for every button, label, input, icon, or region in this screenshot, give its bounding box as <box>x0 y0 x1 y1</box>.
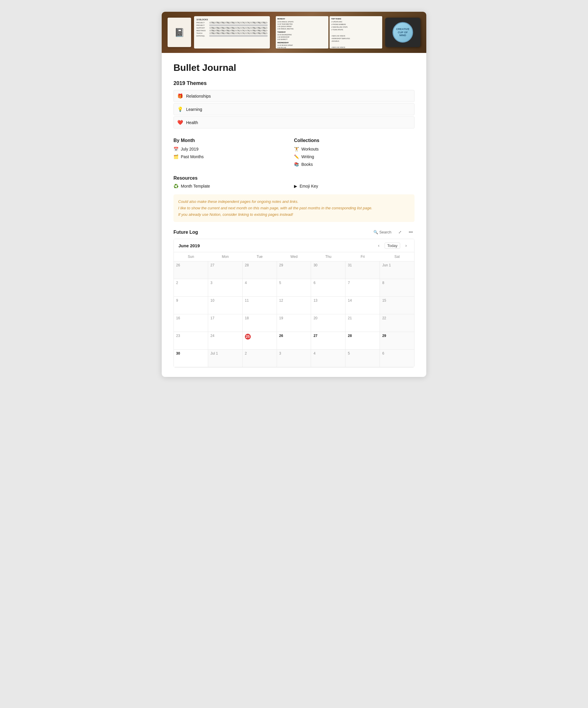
search-label: Search <box>379 230 391 234</box>
cal-cell[interactable]: 21 <box>346 314 380 332</box>
prev-month-button[interactable]: ‹ <box>375 242 382 249</box>
cal-cell[interactable]: 18 <box>242 314 277 332</box>
cal-day-num: 28 <box>348 334 377 338</box>
search-button[interactable]: 🔍 Search <box>372 229 393 235</box>
collections-section: Collections 🏋️ Workouts ✏️ Writing 📚 Boo… <box>294 138 415 167</box>
link-workouts[interactable]: 🏋️ Workouts <box>294 146 415 152</box>
resources-title: Resources <box>173 176 415 181</box>
more-icon: ••• <box>409 230 413 234</box>
day-header-mon: Mon <box>208 252 242 261</box>
future-log-actions: 🔍 Search ⤢ ••• <box>372 229 415 235</box>
cal-cell[interactable]: 19 <box>277 314 311 332</box>
cal-day-num: 17 <box>210 316 240 320</box>
calendar-section: June 2019 ‹ Today › Sun Mon Tue Wed Thu … <box>173 239 415 367</box>
cal-cell[interactable]: 15 <box>380 297 414 314</box>
callout-text: Could also make these independent pages … <box>178 199 410 218</box>
link-label-writing: Writing <box>301 154 314 159</box>
fullscreen-button[interactable]: ⤢ <box>396 229 403 235</box>
next-month-button[interactable]: › <box>403 242 410 249</box>
theme-item-relationships[interactable]: 🎁 Relationships <box>173 90 415 102</box>
link-label-workouts: Workouts <box>301 147 319 151</box>
cal-day-num: 21 <box>348 316 377 320</box>
cal-cell[interactable]: 10 <box>208 297 242 314</box>
cal-cell[interactable]: 6 <box>311 279 346 297</box>
link-july-2019[interactable]: 📅 July 2019 <box>173 146 294 152</box>
cal-cell[interactable]: 28 <box>242 261 277 279</box>
resource-emoji-key[interactable]: ▶ Emoji Key <box>294 184 415 188</box>
page-container: 📓 10 BLOCKS PROJECT PROJECT SUPPORT MEET… <box>162 12 426 377</box>
cal-cell[interactable]: 4 <box>242 279 277 297</box>
cal-cell[interactable]: 2 <box>174 279 208 297</box>
link-emoji-writing: ✏️ <box>294 154 299 159</box>
cal-cell[interactable]: 5 <box>277 279 311 297</box>
cal-cell[interactable]: 20 <box>311 314 346 332</box>
cal-cell[interactable]: 6 <box>380 350 414 367</box>
cal-cell[interactable]: 25 <box>242 332 277 350</box>
cal-cell[interactable]: 4 <box>311 350 346 367</box>
link-past-months[interactable]: 🗂️ Past Months <box>173 154 294 160</box>
theme-item-learning[interactable]: 💡 Learning <box>173 103 415 115</box>
cal-cell[interactable]: 29 <box>277 261 311 279</box>
cal-cell[interactable]: 3 <box>277 350 311 367</box>
cal-cell[interactable]: 22 <box>380 314 414 332</box>
cal-day-num: 24 <box>210 334 240 338</box>
cal-cell[interactable]: 3 <box>208 279 242 297</box>
resource-label-emoji-key: Emoji Key <box>300 184 318 188</box>
day-header-fri: Fri <box>346 252 380 261</box>
cal-cell[interactable]: 31 <box>346 261 380 279</box>
theme-label-relationships: Relationships <box>186 94 211 98</box>
cal-day-num: 26 <box>176 263 206 267</box>
cal-day-num: 27 <box>314 334 343 338</box>
callout-box: Could also make these independent pages … <box>173 194 415 222</box>
cal-cell[interactable]: 12 <box>277 297 311 314</box>
cal-cell[interactable]: 5 <box>346 350 380 367</box>
cal-cell[interactable]: Jul 1 <box>208 350 242 367</box>
cal-cell[interactable]: 29 <box>380 332 414 350</box>
day-header-thu: Thu <box>311 252 346 261</box>
resource-month-template[interactable]: ♻️ Month Template <box>173 184 294 188</box>
cal-cell[interactable]: 27 <box>311 332 346 350</box>
cal-day-num: 27 <box>210 263 240 267</box>
cal-cell[interactable]: 26 <box>174 261 208 279</box>
cal-cell[interactable]: 7 <box>346 279 380 297</box>
cal-cell[interactable]: 28 <box>346 332 380 350</box>
theme-emoji-relationships: 🎁 <box>177 93 183 99</box>
cal-day-num: 6 <box>314 281 343 285</box>
themes-section-title: 2019 Themes <box>173 80 415 86</box>
cal-cell[interactable]: 23 <box>174 332 208 350</box>
cal-day-num: 4 <box>314 351 343 355</box>
future-log-header: Future Log 🔍 Search ⤢ ••• <box>173 229 415 235</box>
calendar-grid: 262728293031Jun 123456789101112131415161… <box>174 261 414 367</box>
cal-day-num: 23 <box>176 334 206 338</box>
cal-cell[interactable]: 13 <box>311 297 346 314</box>
cal-cell[interactable]: 16 <box>174 314 208 332</box>
cal-cell[interactable]: 9 <box>174 297 208 314</box>
link-writing[interactable]: ✏️ Writing <box>294 154 415 160</box>
cal-cell[interactable]: 14 <box>346 297 380 314</box>
cal-cell[interactable]: 30 <box>174 350 208 367</box>
cal-cell[interactable]: Jun 1 <box>380 261 414 279</box>
cal-cell[interactable]: 11 <box>242 297 277 314</box>
resource-emoji-template: ♻️ <box>173 184 178 188</box>
link-emoji-past: 🗂️ <box>173 154 178 159</box>
cal-day-num: 3 <box>210 281 240 285</box>
theme-emoji-learning: 💡 <box>177 107 183 112</box>
day-header-sat: Sat <box>380 252 414 261</box>
cal-day-num: 4 <box>245 281 274 285</box>
cal-cell[interactable]: 2 <box>242 350 277 367</box>
cal-day-num: 26 <box>279 334 309 338</box>
collections-title: Collections <box>294 138 415 143</box>
cal-cell[interactable]: 30 <box>311 261 346 279</box>
link-books[interactable]: 📚 Books <box>294 161 415 167</box>
cal-cell[interactable]: 27 <box>208 261 242 279</box>
cover-notebook: 📓 <box>168 18 191 47</box>
cover-middle-papers: MONDAY 10:00 ANNUAL UPDATE11:00 TEAM MEE… <box>276 16 382 49</box>
cal-cell[interactable]: 17 <box>208 314 242 332</box>
calendar-month-title: June 2019 <box>178 243 200 248</box>
cal-cell[interactable]: 24 <box>208 332 242 350</box>
theme-item-health[interactable]: ❤️ Health <box>173 116 415 128</box>
cal-cell[interactable]: 26 <box>277 332 311 350</box>
more-options-button[interactable]: ••• <box>407 229 415 235</box>
cal-cell[interactable]: 8 <box>380 279 414 297</box>
today-button[interactable]: Today <box>385 242 400 249</box>
